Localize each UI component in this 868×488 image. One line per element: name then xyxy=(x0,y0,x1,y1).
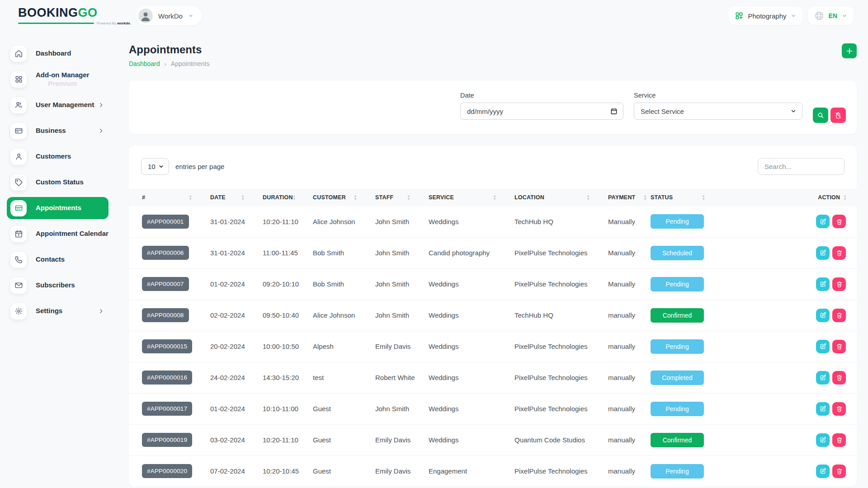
sidebar-item-label: Contacts xyxy=(36,255,65,264)
breadcrumb-dashboard-link[interactable]: Dashboard xyxy=(129,60,160,67)
cell-duration: 10:20-11:10 xyxy=(263,424,313,455)
brand-primary: BOOKING xyxy=(18,6,78,19)
cell-payment: manually xyxy=(608,362,651,393)
edit-appointment-button[interactable] xyxy=(816,402,830,416)
column-header-duration[interactable]: DURATION▴▾ xyxy=(263,189,313,206)
delete-appointment-button[interactable] xyxy=(832,433,846,447)
cell-service: Engagement xyxy=(429,455,514,487)
filter-panel: Date Service Select Service xyxy=(129,81,857,134)
trash-icon xyxy=(836,281,843,287)
reset-filter-button[interactable] xyxy=(830,108,846,123)
sidebar-item-subscribers[interactable]: Subscribers xyxy=(0,272,129,298)
edit-appointment-button[interactable] xyxy=(816,309,830,322)
sidebar-item-label: Subscribers xyxy=(36,281,75,290)
sidebar-item-custom-status[interactable]: Custom Status xyxy=(0,169,129,195)
sidebar-item-appointments[interactable]: Appointments xyxy=(0,195,129,221)
delete-appointment-button[interactable] xyxy=(832,340,846,353)
edit-appointment-button[interactable] xyxy=(816,433,830,447)
sort-carets-icon: ▴▾ xyxy=(354,194,356,201)
table-row: #APP0000020 07-02-2024 10:20-10:45 Guest… xyxy=(129,455,857,487)
delete-appointment-button[interactable] xyxy=(832,402,846,416)
date-input[interactable] xyxy=(467,108,617,115)
edit-appointment-button[interactable] xyxy=(816,215,830,228)
sidebar-item-contacts[interactable]: Contacts xyxy=(0,247,129,272)
sort-carets-icon: ▴▾ xyxy=(407,194,410,201)
cell-duration: 10:00-10:50 xyxy=(263,331,313,362)
column-header-payment[interactable]: PAYMENT▴▾ xyxy=(608,189,651,206)
table-row: #APP0000017 01-02-2024 10:10-11:00 Guest… xyxy=(129,393,857,424)
appointment-id-badge: #APP000007 xyxy=(142,277,189,291)
cell-staff: John Smith xyxy=(375,268,429,300)
service-select[interactable]: Select Service xyxy=(634,103,802,120)
sidebar-item-label: Settings xyxy=(36,307,62,315)
cell-staff: John Smith xyxy=(375,206,429,237)
sidebar-item-label: Appointments xyxy=(36,204,81,212)
appointments-table: #▴▾DATE▴▾DURATION▴▾CUSTOMER▴▾STAFF▴▾SERV… xyxy=(129,189,857,487)
trash-icon xyxy=(836,436,843,443)
chevron-down-icon xyxy=(188,13,193,19)
language-code: EN xyxy=(829,12,837,19)
sidebar-item-user-management[interactable]: User Management xyxy=(0,92,129,118)
cell-location: TechHub HQ xyxy=(514,206,608,237)
sort-carets-icon: ▴▾ xyxy=(587,194,589,201)
delete-appointment-button[interactable] xyxy=(832,215,846,228)
sidebar-item-customers[interactable]: Customers xyxy=(0,144,129,169)
column-header-status[interactable]: STATUS▴▾ xyxy=(651,189,723,206)
sidebar-item-label: Appointment Calendar xyxy=(36,230,108,238)
apply-filter-button[interactable] xyxy=(813,108,828,123)
edit-pencil-icon xyxy=(820,249,826,256)
column-header-customer[interactable]: CUSTOMER▴▾ xyxy=(313,189,375,206)
chevron-down-icon xyxy=(790,108,797,114)
search-icon xyxy=(817,112,824,119)
column-header-id[interactable]: #▴▾ xyxy=(129,189,210,206)
trash-icon xyxy=(836,218,843,225)
calendar-picker-icon[interactable] xyxy=(610,108,618,115)
appointment-id-badge: #APP0000016 xyxy=(142,371,192,385)
chevron-right-icon xyxy=(98,308,104,314)
appointment-id-badge: #APP000001 xyxy=(142,215,189,229)
column-header-date[interactable]: DATE▴▾ xyxy=(210,189,263,206)
cell-service: Weddings xyxy=(429,362,514,393)
edit-appointment-button[interactable] xyxy=(816,277,830,291)
column-header-service[interactable]: SERVICE▴▾ xyxy=(429,189,514,206)
delete-appointment-button[interactable] xyxy=(832,277,846,291)
status-badge: Pending xyxy=(651,402,704,416)
breadcrumb-current: Appointments xyxy=(171,60,210,67)
edit-appointment-button[interactable] xyxy=(816,465,830,478)
sidebar-item-appointment-calendar[interactable]: Appointment Calendar xyxy=(0,221,129,247)
column-header-location[interactable]: LOCATION▴▾ xyxy=(514,189,608,206)
edit-appointment-button[interactable] xyxy=(816,246,830,260)
delete-appointment-button[interactable] xyxy=(832,246,846,260)
column-header-action[interactable]: ACTION▴▾ xyxy=(723,189,857,206)
delete-appointment-button[interactable] xyxy=(832,465,846,478)
sidebar-item-add-on-manager[interactable]: Add-on ManagerPremium xyxy=(0,66,129,92)
column-label: # xyxy=(142,194,145,201)
table-search-input[interactable] xyxy=(758,158,844,175)
column-label: LOCATION xyxy=(514,194,544,201)
delete-appointment-button[interactable] xyxy=(832,309,846,322)
cell-location: PixelPulse Technologies xyxy=(514,331,608,362)
date-filter-input[interactable] xyxy=(460,103,623,120)
sidebar-item-settings[interactable]: Settings xyxy=(0,298,129,324)
language-switcher[interactable]: EN xyxy=(808,7,854,25)
sidebar-item-dashboard[interactable]: Dashboard xyxy=(0,41,129,66)
edit-pencil-icon xyxy=(820,374,826,381)
entries-per-page-select[interactable]: 10 xyxy=(141,158,169,175)
cell-staff: Robert White xyxy=(375,362,429,393)
sidebar-item-business[interactable]: Business xyxy=(0,118,129,144)
edit-appointment-button[interactable] xyxy=(816,340,830,353)
workspace-switcher[interactable]: WorkDo xyxy=(136,6,202,25)
chevron-right-icon xyxy=(98,128,104,134)
module-switcher[interactable]: Photography xyxy=(728,7,802,25)
cell-duration: 10:20-11:10 xyxy=(263,206,313,237)
table-row: #APP000007 01-02-2024 09:20-10:10 Bob Sm… xyxy=(129,268,857,300)
add-appointment-button[interactable] xyxy=(842,43,857,58)
edit-appointment-button[interactable] xyxy=(816,371,830,385)
status-badge: Pending xyxy=(651,277,704,291)
column-header-staff[interactable]: STAFF▴▾ xyxy=(375,189,429,206)
sort-carets-icon: ▴▾ xyxy=(293,194,295,201)
table-row: #APP000008 02-02-2024 09:50-10:40 Alice … xyxy=(129,300,857,331)
delete-appointment-button[interactable] xyxy=(832,371,846,385)
cell-staff: Emily Davis xyxy=(375,455,429,487)
sidebar-item-label: Customers xyxy=(36,152,71,161)
